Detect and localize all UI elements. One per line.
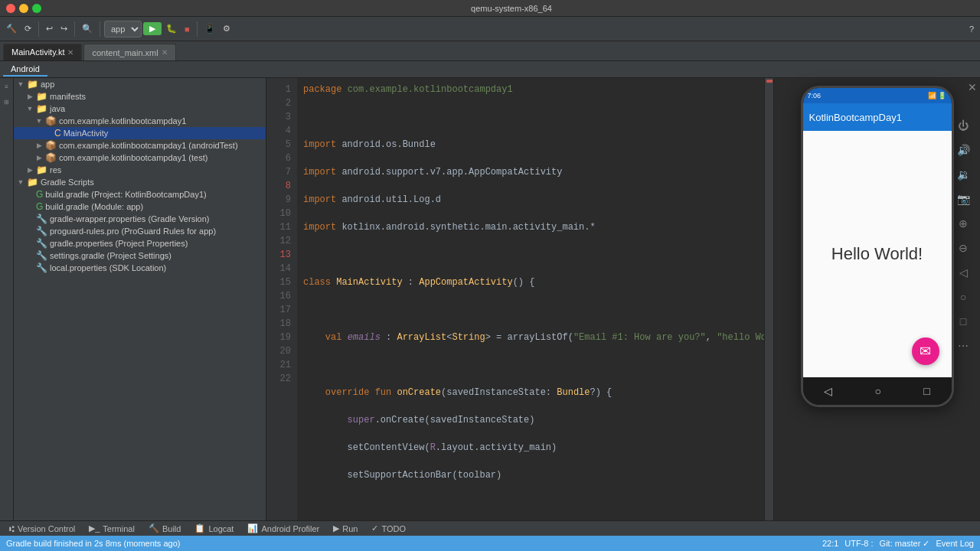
sidebar-item-java[interactable]: ▼ 📁 java (14, 103, 266, 115)
toolbar: 🔨 ⟳ ↩ ↪ 🔍 app ▶ 🐛 ■ 📱 ⚙ ? (0, 17, 980, 41)
sidebar-item-label: local.properties (SDK Location) (50, 263, 166, 272)
power-icon[interactable]: ⏻ (954, 116, 972, 135)
props-icon: 🔧 (36, 250, 47, 261)
tab-close-icon[interactable]: ✕ (162, 48, 168, 57)
hierarchy-icon[interactable]: ⊞ (2, 96, 12, 107)
device-time: 7:06 (808, 92, 822, 99)
minimize-button[interactable] (19, 4, 28, 13)
props-icon: 🔧 (36, 214, 47, 224)
status-left: Gradle build finished in 2s 8ms (moments… (6, 539, 180, 548)
avd-button[interactable]: 📱 (201, 22, 218, 35)
props-icon: 🔧 (36, 226, 47, 236)
home-nav-icon[interactable]: ○ (875, 385, 881, 397)
bottom-tab-todo[interactable]: ✓ TODO (365, 523, 412, 534)
help-button[interactable]: ? (966, 23, 977, 35)
bottom-tab-profiler[interactable]: 📊 Android Profiler (241, 523, 325, 534)
git-status: Git: master ✓ (880, 539, 930, 549)
sidebar-item-settings-gradle[interactable]: 🔧 settings.gradle (Project Settings) (14, 249, 266, 262)
tab-content-main[interactable]: content_main.xml ✕ (83, 44, 175, 60)
secondary-tabs: Android (0, 61, 980, 78)
sidebar-item-app[interactable]: ▼ 📁 app (14, 78, 266, 90)
sidebar-item-pkg-unittest[interactable]: ▶ 📦 com.example.kotlinbootcampday1 (test… (14, 152, 266, 164)
bottom-tab-label: Version Control (18, 524, 75, 533)
device-fab-button[interactable]: ✉ (912, 337, 939, 365)
bottom-tab-build[interactable]: 🔨 Build (142, 523, 187, 534)
sidebar-item-gradle-wrapper[interactable]: 🔧 gradle-wrapper.properties (Gradle Vers… (14, 213, 266, 225)
sidebar-item-label: com.example.kotlinbootcampday1 (59, 116, 186, 126)
package-icon: 📦 (45, 152, 57, 163)
left-gutter: ≡ ⊞ (0, 78, 14, 520)
sidebar-item-label: gradle-wrapper.properties (Gradle Versio… (50, 214, 210, 223)
sidebar-item-pkg-test[interactable]: ▶ 📦 com.example.kotlinbootcampday1 (andr… (14, 139, 266, 152)
zoom-in-icon[interactable]: ⊕ (954, 214, 972, 233)
sidebar-item-pkg-main[interactable]: ▼ 📦 com.example.kotlinbootcampday1 (14, 115, 266, 127)
bottom-tab-terminal[interactable]: ▶_ Terminal (83, 523, 141, 534)
code-text[interactable]: package com.example.kotlinbootcampday1 i… (297, 78, 764, 520)
tab-close-icon[interactable]: ✕ (67, 48, 74, 57)
camera-icon[interactable]: 📷 (954, 190, 972, 208)
run-button[interactable]: ▶ (143, 22, 162, 35)
zoom-out-icon[interactable]: ⊖ (954, 239, 972, 257)
sidebar-item-label: settings.gradle (Project Settings) (50, 251, 172, 260)
sidebar-item-proguard[interactable]: 🔧 proguard-rules.pro (ProGuard Rules for… (14, 225, 266, 237)
sec-tab-android[interactable]: Android (3, 63, 47, 77)
sidebar-item-res[interactable]: ▶ 📁 res (14, 164, 266, 176)
gradle-icon: G (36, 189, 43, 200)
arrow-icon: ▶ (35, 154, 43, 161)
run-config-select[interactable]: app (104, 21, 142, 37)
bottom-tab-version-control[interactable]: ⑆ Version Control (3, 523, 81, 534)
logcat-icon: 📋 (194, 523, 205, 533)
arrow-icon: ▼ (17, 178, 24, 186)
bottom-tab-label: Run (342, 524, 358, 533)
close-button[interactable] (6, 4, 15, 13)
stop-button[interactable]: ■ (181, 23, 193, 35)
recents-nav-icon[interactable]: □ (923, 385, 929, 397)
sidebar-item-build-gradle-project[interactable]: G build.gradle (Project: KotlinBootcampD… (14, 188, 266, 201)
toolbar-sep-4 (197, 21, 198, 37)
structure-icon[interactable]: ≡ (2, 81, 12, 92)
folder-icon: 📁 (36, 91, 47, 102)
arrow-icon: ▶ (35, 142, 43, 149)
toolbar-build-btn[interactable]: 🔨 (3, 22, 20, 35)
bottom-tab-label: Build (162, 524, 181, 533)
sidebar-item-label: res (50, 165, 61, 174)
bottom-tab-logcat[interactable]: 📋 Logcat (188, 523, 240, 534)
toolbar-search-btn[interactable]: 🔍 (79, 22, 96, 35)
back-nav-icon[interactable]: ◁ (824, 385, 832, 397)
main-layout: ≡ ⊞ ▼ 📁 app ▶ 📁 manifests ▼ 📁 java ▼ 📦 c… (0, 78, 980, 520)
bottom-tab-label: Terminal (103, 524, 135, 533)
sidebar-item-build-gradle-module[interactable]: G build.gradle (Module: app) (14, 201, 266, 213)
sidebar-item-label: proguard-rules.pro (ProGuard Rules for a… (50, 227, 216, 236)
toolbar-redo-btn[interactable]: ↪ (57, 22, 70, 35)
bottom-tab-run[interactable]: ▶ Run (327, 523, 364, 534)
rotate-icon[interactable]: ○ (954, 288, 972, 306)
sidebar-item-label: java (50, 104, 65, 113)
device-close-button[interactable]: ✕ (965, 78, 980, 96)
maximize-button[interactable] (32, 4, 41, 13)
sdk-button[interactable]: ⚙ (220, 22, 234, 35)
sidebar-item-gradle-props[interactable]: 🔧 gradle.properties (Project Properties) (14, 237, 266, 249)
sidebar-item-manifests[interactable]: ▶ 📁 manifests (14, 90, 266, 103)
cursor-position: 22:1 (822, 539, 838, 548)
arrow-icon: ▶ (26, 93, 34, 100)
device-content: Hello World! ✉ (803, 131, 952, 377)
debug-button[interactable]: 🐛 (163, 22, 180, 35)
toolbar-sync-btn[interactable]: ⟳ (21, 22, 34, 35)
volume-down-icon[interactable]: 🔉 (954, 165, 972, 184)
back-icon[interactable]: ◁ (954, 263, 972, 282)
window-title: qemu-system-x86_64 (49, 4, 974, 13)
sidebar-item-mainactivity[interactable]: C MainActivity (14, 127, 266, 139)
event-log-link[interactable]: Event Log (936, 539, 974, 548)
tab-label: content_main.xml (92, 48, 158, 57)
more-icon[interactable]: ⋯ (954, 337, 972, 355)
terminal-icon: ▶_ (89, 523, 100, 533)
sidebar-item-gradle-scripts[interactable]: ▼ 📁 Gradle Scripts (14, 176, 266, 188)
device-app-toolbar: KotlinBootcampDay1 (803, 103, 952, 131)
square-icon[interactable]: □ (954, 312, 972, 331)
volume-up-icon[interactable]: 🔊 (954, 141, 972, 159)
toolbar-undo-btn[interactable]: ↩ (43, 22, 56, 35)
sidebar-item-local-props[interactable]: 🔧 local.properties (SDK Location) (14, 262, 266, 274)
folder-icon: 📁 (27, 79, 38, 90)
tab-mainactivity[interactable]: MainActivity.kt ✕ (3, 44, 82, 60)
code-editor[interactable]: 1 2 3 4 5 6 7 8 9 10 11 12 13 14 15 16 1… (266, 78, 764, 520)
